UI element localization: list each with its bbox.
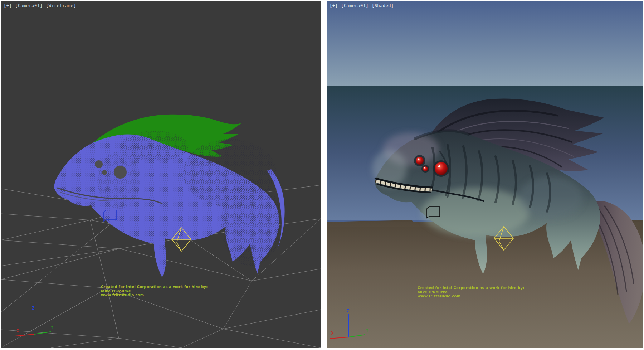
- viewport-pov-label[interactable]: [Camera01]: [341, 3, 369, 8]
- viewport-shading-label[interactable]: [Wireframe]: [46, 3, 76, 8]
- viewport-pov-label[interactable]: [Camera01]: [15, 3, 43, 8]
- axis-y-label: Y: [51, 325, 54, 330]
- credit-text: Created for Intel Corporation as a work …: [101, 285, 208, 297]
- credit-line-2: Mike O'Rourke: [418, 290, 525, 295]
- world-axis-gizmo: X Y Z: [15, 306, 54, 336]
- fish-model[interactable]: [54, 115, 285, 277]
- fish-eye-large: [435, 162, 448, 175]
- dual-viewport-canvas: X Y Z [+] [Camera01] [Wireframe] Created…: [0, 0, 644, 350]
- axis-x-label: X: [16, 328, 19, 333]
- axis-z-label: Z: [347, 308, 349, 313]
- credit-text: Created for Intel Corporation as a work …: [418, 286, 525, 298]
- viewport-shading-label[interactable]: [Shaded]: [372, 3, 394, 8]
- fish-eye-small: [423, 166, 428, 171]
- credit-line-2: Mike O'Rourke: [101, 289, 208, 293]
- axis-z-label: Z: [32, 306, 34, 311]
- viewport-splitter[interactable]: [321, 0, 327, 350]
- viewport-menu-button[interactable]: [+]: [4, 3, 12, 8]
- credit-line-1: Created for Intel Corporation as a work …: [418, 286, 525, 290]
- fish-eye-upper: [416, 157, 424, 165]
- viewport-wireframe[interactable]: X Y Z [+] [Camera01] [Wireframe] Created…: [1, 1, 321, 348]
- credit-line-3: www.fritzstudio.com: [101, 293, 208, 297]
- credit-line-1: Created for Intel Corporation as a work …: [101, 285, 208, 289]
- sky: [327, 1, 643, 86]
- viewport-menu-button[interactable]: [+]: [330, 3, 338, 8]
- viewport-shaded[interactable]: X Y Z [+] [Camera01] [Shaded] Created fo…: [327, 1, 643, 348]
- viewport-label: [+] [Camera01] [Wireframe]: [4, 3, 77, 8]
- viewport-label: [+] [Camera01] [Shaded]: [330, 3, 394, 8]
- credit-line-3: www.fritzstudio.com: [418, 294, 525, 298]
- axis-y-label: Y: [366, 328, 369, 333]
- axis-x-label: X: [331, 331, 334, 336]
